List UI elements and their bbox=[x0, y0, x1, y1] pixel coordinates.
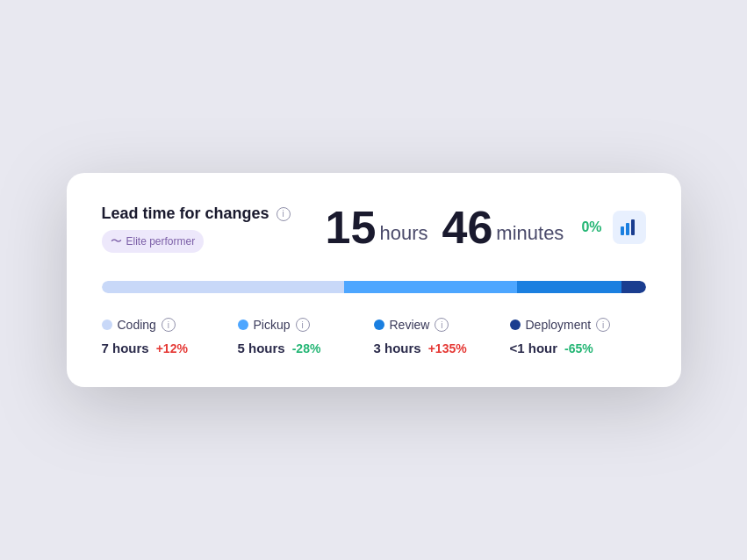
progress-bar bbox=[102, 281, 646, 293]
title-info-icon[interactable]: i bbox=[277, 207, 291, 221]
minutes-value: 46 bbox=[442, 205, 492, 250]
dot-deployment bbox=[510, 319, 521, 330]
overall-pct: 0% bbox=[581, 219, 601, 235]
hours-label: hours bbox=[379, 222, 427, 245]
legend-item-review: Review i 3 hours +135% bbox=[374, 318, 510, 355]
legend-text-deployment: Deployment bbox=[526, 318, 592, 332]
legend-stats-pickup: 5 hours -28% bbox=[238, 341, 374, 355]
deployment-info-icon[interactable]: i bbox=[596, 318, 610, 332]
svg-rect-0 bbox=[621, 226, 624, 235]
legend-label-deployment: Deployment i bbox=[510, 318, 646, 332]
review-info-icon[interactable]: i bbox=[435, 318, 449, 332]
legend-row: Coding i 7 hours +12% Pickup i 5 hours -… bbox=[102, 318, 646, 355]
segment-coding bbox=[102, 281, 344, 293]
review-hours: 3 hours bbox=[374, 341, 421, 355]
title-line: Lead time for changes i bbox=[102, 205, 291, 223]
bar-chart-icon bbox=[621, 219, 638, 235]
legend-label-coding: Coding i bbox=[102, 318, 238, 332]
legend-stats-deployment: <1 hour -65% bbox=[510, 341, 646, 355]
legend-label-review: Review i bbox=[374, 318, 510, 332]
badge-label: Elite performer bbox=[126, 235, 196, 248]
coding-pct: +12% bbox=[156, 341, 188, 355]
lead-time-card: Lead time for changes i 〜 Elite performe… bbox=[67, 173, 681, 387]
legend-stats-coding: 7 hours +12% bbox=[102, 341, 238, 355]
legend-item-deployment: Deployment i <1 hour -65% bbox=[510, 318, 646, 355]
legend-text-review: Review bbox=[390, 318, 430, 332]
chart-view-button[interactable] bbox=[613, 211, 646, 244]
metrics-area: 15 hours 46 minutes 0% bbox=[326, 205, 646, 250]
dot-pickup bbox=[238, 319, 248, 330]
legend-text-coding: Coding bbox=[118, 318, 156, 332]
coding-hours: 7 hours bbox=[102, 341, 149, 355]
card-title: Lead time for changes bbox=[102, 205, 269, 223]
legend-text-pickup: Pickup bbox=[254, 318, 291, 332]
legend-item-pickup: Pickup i 5 hours -28% bbox=[238, 318, 374, 355]
segment-deployment bbox=[621, 281, 646, 293]
deployment-hours: <1 hour bbox=[510, 341, 558, 355]
segment-review bbox=[517, 281, 621, 293]
legend-stats-review: 3 hours +135% bbox=[374, 341, 510, 355]
coding-info-icon[interactable]: i bbox=[162, 318, 176, 332]
dot-coding bbox=[102, 319, 112, 330]
header-row: Lead time for changes i 〜 Elite performe… bbox=[102, 205, 646, 253]
legend-item-coding: Coding i 7 hours +12% bbox=[102, 318, 238, 355]
pickup-info-icon[interactable]: i bbox=[296, 318, 310, 332]
svg-rect-2 bbox=[631, 219, 635, 235]
deployment-pct: -65% bbox=[564, 341, 593, 355]
elite-performer-badge: 〜 Elite performer bbox=[102, 230, 205, 253]
title-section: Lead time for changes i 〜 Elite performe… bbox=[102, 205, 291, 253]
pickup-pct: -28% bbox=[292, 341, 321, 355]
legend-label-pickup: Pickup i bbox=[238, 318, 374, 332]
progress-section bbox=[102, 281, 646, 293]
pickup-hours: 5 hours bbox=[238, 341, 285, 355]
svg-rect-1 bbox=[626, 223, 629, 235]
hours-value: 15 bbox=[326, 205, 377, 250]
badge-icon: 〜 bbox=[111, 233, 122, 249]
dot-review bbox=[374, 319, 384, 330]
review-pct: +135% bbox=[428, 341, 467, 355]
minutes-label: minutes bbox=[496, 222, 564, 245]
segment-pickup bbox=[344, 281, 517, 293]
